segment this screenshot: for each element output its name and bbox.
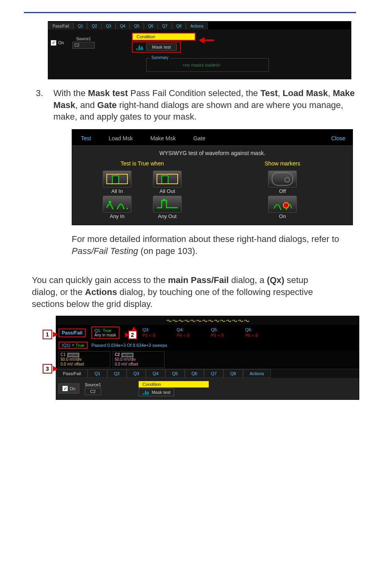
tab-q1[interactable]: Q1	[88, 369, 107, 378]
all-out-icon	[157, 174, 178, 184]
on-label: On	[58, 40, 64, 45]
all-out-label: All Out	[148, 188, 186, 194]
mask-test-label: Mask test	[152, 390, 170, 395]
any-in-icon	[106, 199, 128, 209]
red-arrow-icon	[200, 37, 219, 44]
figure-test-dialog: Test Load Msk Make Msk Gate Close WYSIWY…	[72, 129, 353, 225]
any-in-button[interactable]: Any In	[98, 196, 136, 219]
tab-q5[interactable]: Q5	[130, 22, 144, 29]
condition-group: Condition Mask test	[132, 33, 196, 53]
condition-group: Condition Mask test	[139, 381, 209, 396]
tab-q1[interactable]: Q1	[73, 22, 87, 29]
callout-3-number: 3	[43, 364, 52, 374]
step-3: 3. With the Mask test Pass Fail Conditio…	[36, 87, 356, 123]
passed-line: Passed 0.034e+3 Of 8.634e+3 sweeps	[92, 343, 167, 348]
markers-on-icon	[272, 198, 292, 210]
close-button[interactable]: Close	[324, 132, 353, 145]
channel-c2[interactable]: C2AC1M 50.0 mV/div 0.0 mV offset	[113, 351, 165, 368]
tab-q3[interactable]: Q3	[102, 22, 116, 29]
markers-off-label: Off	[263, 188, 302, 194]
tab-passfail[interactable]: Pass/Fail	[56, 369, 88, 378]
main-paragraph: You can quickly gain access to the main …	[32, 274, 332, 310]
tab-actions[interactable]: Actions	[243, 369, 271, 378]
step-number: 3.	[36, 87, 44, 123]
markers-on-label: On	[263, 213, 302, 219]
condition-label: Condition	[132, 33, 196, 41]
any-out-icon	[156, 199, 178, 209]
q1-true-cell[interactable]: (Q1) = True	[59, 342, 88, 349]
top-rule	[24, 12, 356, 13]
any-in-label: Any In	[98, 213, 136, 219]
svg-point-0	[109, 201, 111, 203]
condition-label: Condition	[139, 381, 209, 387]
source1-value[interactable]: C2	[72, 42, 95, 49]
tab-q8[interactable]: Q8	[223, 369, 243, 378]
callout-3: 3	[43, 364, 58, 374]
tab-q6[interactable]: Q6	[144, 22, 158, 29]
svg-point-2	[283, 203, 289, 208]
show-markers-header: Show markers	[212, 160, 353, 167]
tab-q7[interactable]: Q7	[158, 22, 172, 29]
tab-q8[interactable]: Q8	[172, 22, 186, 29]
step-text: With the Mask test Pass Fail Condition s…	[53, 87, 356, 123]
source1-label: Source1	[72, 37, 95, 41]
tab-q7[interactable]: Q7	[204, 369, 223, 378]
tab-q3[interactable]: Q3	[127, 369, 146, 378]
test-true-header: Test is True when	[72, 160, 212, 167]
tab-q6[interactable]: Q6	[185, 369, 204, 378]
q5-cell[interactable]: Q5: P5 < 0	[211, 327, 240, 338]
callout-2-number: 2	[128, 330, 137, 339]
markers-off-button[interactable]: Off	[263, 171, 302, 194]
tab-q5[interactable]: Q5	[165, 369, 185, 378]
tab-gate[interactable]: Gate	[184, 132, 214, 145]
on-checkbox[interactable]: ✔ On	[59, 383, 79, 393]
fig1-tabrow: Pass/Fail Q1 Q2 Q3 Q4 Q5 Q6 Q7 Q8 Action…	[48, 22, 351, 29]
summary-box: Summary <no masks loaded>	[146, 58, 269, 72]
q4-cell[interactable]: Q4: P4 < 0	[177, 327, 206, 338]
any-out-label: Any Out	[148, 213, 186, 219]
callout-1-number: 1	[43, 330, 52, 339]
arrow-icon	[53, 366, 58, 372]
any-out-button[interactable]: Any Out	[148, 196, 186, 219]
source1-group: Source1 C2	[85, 382, 101, 395]
all-in-button[interactable]: All In	[98, 171, 136, 194]
channel-row: C1AC1M 50.0 mV/div 0.0 mV offset C2AC1M …	[56, 350, 359, 369]
condition-value[interactable]: Mask test	[139, 388, 174, 396]
tab-q4[interactable]: Q4	[116, 22, 129, 29]
markers-on-button[interactable]: On	[263, 196, 302, 219]
all-out-button[interactable]: All Out	[148, 171, 186, 194]
status-row-2: (Q1) = True Passed 0.034e+3 Of 8.634e+3 …	[56, 341, 359, 350]
all-in-label: All In	[98, 188, 136, 194]
q6-cell[interactable]: Q6: P6 < 0	[245, 327, 274, 338]
on-checkbox[interactable]: ✔ On	[51, 40, 64, 46]
tab-actions[interactable]: Actions	[186, 22, 208, 29]
tab-q4[interactable]: Q4	[146, 369, 165, 378]
q1-cell[interactable]: Q1: True Any in mask	[91, 326, 119, 339]
tab-passfail[interactable]: Pass/Fail	[48, 22, 73, 29]
tab-q2[interactable]: Q2	[87, 22, 101, 29]
tab-q2[interactable]: Q2	[107, 369, 127, 378]
arrow-icon	[131, 326, 136, 330]
coupling-tag: AC1M	[121, 353, 134, 357]
q3-cell[interactable]: Q3: P3 < 0	[143, 327, 171, 338]
channel-c1[interactable]: C1AC1M 50.0 mV/div 0.0 mV offset	[59, 351, 110, 368]
fig3-tabrow: Pass/Fail Q1 Q2 Q3 Q4 Q5 Q6 Q7 Q8 Action…	[56, 369, 359, 378]
figure-passfail-condition: Pass/Fail Q1 Q2 Q3 Q4 Q5 Q6 Q7 Q8 Action…	[48, 21, 351, 79]
tab-makemsk[interactable]: Make Msk	[141, 132, 184, 145]
passfail-cell[interactable]: Pass/Fail	[59, 328, 86, 337]
tab-test[interactable]: Test	[72, 132, 100, 145]
summary-legend: Summary	[150, 55, 170, 60]
fig2-title: WYSIWYG test of waveform against mask.	[72, 149, 353, 160]
source1-group: Source1 C2	[72, 37, 95, 49]
figure-grid-display: 1 3 ∿∿∿∿∿∿∿∿∿∿∿∿∿∿ Pass/Fail Q1: True An…	[56, 316, 359, 400]
callout-1: 1	[43, 330, 58, 339]
all-in-icon	[106, 174, 128, 184]
source1-value[interactable]: C2	[85, 388, 101, 395]
cocurling-tag: AC1M	[67, 353, 79, 357]
fig2-tabrow: Test Load Msk Make Msk Gate Close	[72, 130, 353, 146]
tab-loadmsk[interactable]: Load Msk	[100, 132, 142, 145]
on-label: On	[70, 386, 76, 391]
check-icon: ✔	[51, 40, 57, 46]
mask-test-button[interactable]: Mask test	[132, 41, 181, 53]
after-figure-text: For more detailed information about thes…	[72, 233, 358, 257]
